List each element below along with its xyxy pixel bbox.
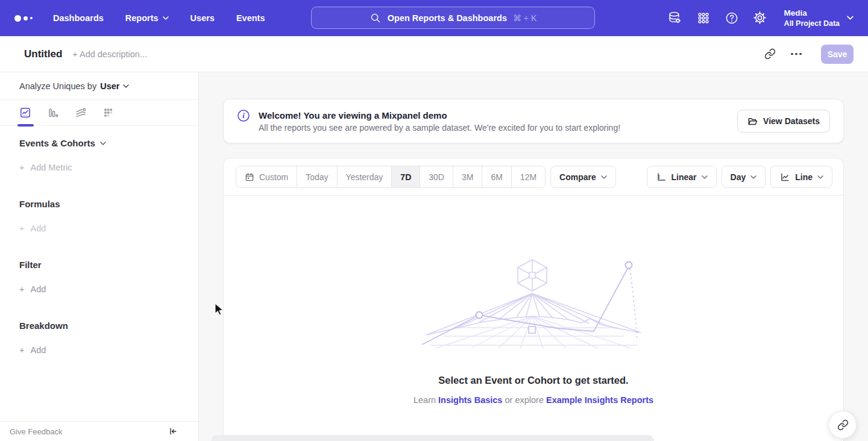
view-datasets-label: View Datasets: [763, 116, 820, 126]
breakdown-header: Breakdown: [19, 321, 179, 331]
add-formula-label: Add: [30, 224, 46, 233]
help-icon[interactable]: [724, 10, 740, 26]
give-feedback-link[interactable]: Give Feedback: [10, 427, 62, 436]
tab-insights-chart[interactable]: [19, 100, 31, 126]
nav-dashboards[interactable]: Dashboards: [53, 13, 104, 23]
empty-state-title: Select an Event or Cohort to get started…: [438, 375, 628, 386]
data-management-icon[interactable]: [667, 10, 683, 26]
analyze-value: User: [100, 81, 119, 91]
report-title[interactable]: Untitled: [24, 48, 62, 60]
search-placeholder: Open Reports & Dashboards: [388, 13, 507, 23]
insights-chart-card: Custom Today Yesterday 7D 30D 3M 6M 12M …: [223, 158, 844, 441]
learn-prefix: Learn: [414, 395, 436, 405]
project-selector[interactable]: Media All Project Data: [784, 8, 854, 28]
range-6m[interactable]: 6M: [482, 166, 511, 187]
events-cohorts-label: Events & Cohorts: [19, 138, 95, 148]
copy-link-icon[interactable]: [760, 44, 780, 64]
add-breakdown-label: Add: [30, 345, 46, 355]
more-menu-icon[interactable]: [786, 44, 807, 64]
nav-events-label: Events: [236, 13, 265, 23]
mixpanel-logo[interactable]: [14, 15, 33, 22]
range-3m-label: 3M: [462, 172, 473, 182]
range-7d[interactable]: 7D: [392, 166, 420, 187]
apps-grid-icon[interactable]: [696, 10, 711, 26]
svg-text:i: i: [242, 111, 245, 120]
share-link-fab[interactable]: [829, 411, 857, 439]
project-name: Media: [784, 8, 840, 19]
nav-users[interactable]: Users: [190, 13, 215, 23]
bottom-section-peek: [211, 435, 654, 441]
plus-icon: +: [19, 224, 24, 233]
folder-icon: [747, 116, 758, 127]
nav-reports[interactable]: Reports: [125, 13, 169, 23]
main-content: i Welcome! You are viewing a Mixpanel de…: [199, 72, 868, 441]
linear-axis-icon: [656, 172, 667, 183]
compare-dropdown[interactable]: Compare: [550, 166, 616, 188]
plus-icon: +: [19, 163, 24, 172]
analyze-prefix: Analyze Uniques by: [19, 81, 96, 91]
empty-state-subtitle: Learn Insights Basics or explore Example…: [414, 395, 653, 405]
collapse-sidebar-icon[interactable]: [168, 427, 178, 436]
range-yesterday[interactable]: Yesterday: [338, 166, 392, 187]
calendar-icon: [245, 172, 254, 182]
range-3m[interactable]: 3M: [453, 166, 482, 187]
add-filter-button[interactable]: + Add: [19, 284, 179, 294]
info-icon: i: [237, 109, 250, 122]
scale-label: Linear: [671, 172, 697, 182]
line-chart-icon: [779, 172, 790, 183]
add-formula-button[interactable]: + Add: [19, 224, 179, 233]
global-search[interactable]: Open Reports & Dashboards ⌘ + K: [311, 7, 595, 29]
range-6m-label: 6M: [491, 172, 502, 182]
range-custom[interactable]: Custom: [236, 166, 297, 187]
analyze-row: Analyze Uniques by User: [0, 72, 198, 100]
insights-basics-link[interactable]: Insights Basics: [438, 395, 502, 405]
scale-dropdown[interactable]: Linear: [647, 166, 717, 188]
banner-title: Welcome! You are viewing a Mixpanel demo: [259, 110, 620, 120]
range-30d[interactable]: 30D: [420, 166, 453, 187]
top-nav: Dashboards Reports Users Events Open Rep…: [0, 0, 868, 36]
filter-header: Filter: [19, 260, 179, 270]
add-metric-button[interactable]: + Add Metric: [19, 163, 179, 172]
chevron-down-icon: [847, 16, 854, 20]
banner-body: All the reports you see are powered by a…: [259, 123, 620, 133]
add-filter-label: Add: [30, 284, 46, 294]
add-breakdown-button[interactable]: + Add: [19, 345, 179, 355]
empty-state-illustration: [419, 256, 648, 349]
example-reports-link[interactable]: Example Insights Reports: [546, 395, 653, 405]
chart-type-dropdown[interactable]: Line: [770, 166, 832, 188]
search-icon: [370, 12, 382, 24]
analyze-value-dropdown[interactable]: User: [100, 81, 129, 91]
sidebar-footer: Give Feedback: [0, 421, 198, 441]
range-custom-label: Custom: [259, 172, 288, 182]
range-yesterday-label: Yesterday: [346, 172, 383, 182]
range-today[interactable]: Today: [297, 166, 337, 187]
tab-retention-grid[interactable]: [102, 100, 115, 126]
demo-banner: i Welcome! You are viewing a Mixpanel de…: [223, 99, 844, 143]
save-button[interactable]: Save: [821, 45, 854, 64]
empty-state: Select an Event or Cohort to get started…: [224, 196, 843, 405]
search-shortcut: ⌘ + K: [513, 13, 536, 23]
nav-events[interactable]: Events: [236, 13, 265, 23]
plus-icon: +: [19, 284, 24, 294]
tab-flow-chart[interactable]: [75, 100, 87, 126]
events-cohorts-header[interactable]: Events & Cohorts: [19, 138, 179, 148]
date-range-segmented-control: Custom Today Yesterday 7D 30D 3M 6M 12M: [236, 166, 546, 188]
nav-right-cluster: Media All Project Data: [667, 8, 854, 28]
range-7d-label: 7D: [400, 172, 411, 182]
interval-dropdown[interactable]: Day: [722, 166, 766, 188]
chart-type-label: Line: [795, 172, 813, 182]
settings-gear-icon[interactable]: [752, 10, 768, 26]
nav-reports-label: Reports: [125, 13, 159, 23]
tab-bar-chart[interactable]: [47, 100, 59, 126]
link-icon: [837, 419, 849, 431]
chart-controls: Custom Today Yesterday 7D 30D 3M 6M 12M …: [224, 158, 843, 196]
interval-label: Day: [731, 172, 746, 182]
report-header: Untitled + Add description... Save: [0, 36, 868, 72]
report-description-placeholder[interactable]: + Add description...: [72, 49, 147, 59]
range-12m[interactable]: 12M: [512, 166, 545, 187]
connector-text: or explore: [505, 395, 543, 405]
chevron-down-icon: [163, 16, 169, 20]
view-datasets-button[interactable]: View Datasets: [737, 110, 830, 133]
range-30d-label: 30D: [429, 172, 444, 182]
query-builder-sidebar: Analyze Uniques by User: [0, 72, 199, 441]
